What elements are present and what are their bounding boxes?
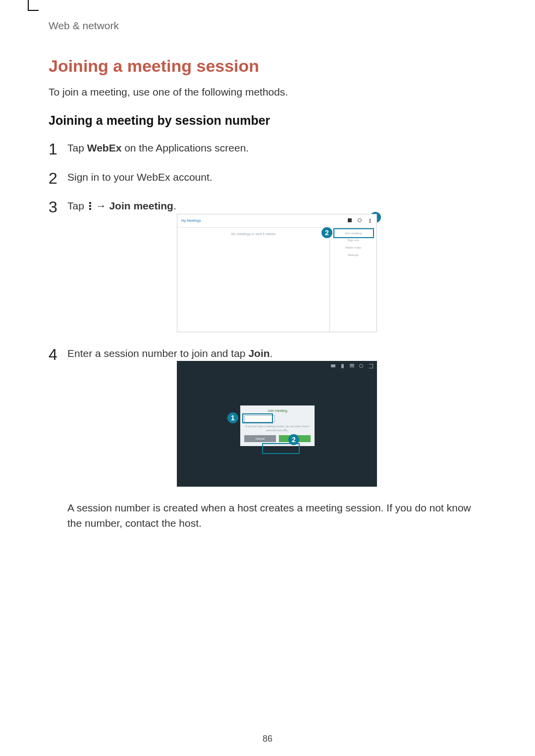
- step-text: .: [173, 200, 176, 211]
- dialog-title: Join meeting: [244, 408, 311, 413]
- app-header: My Meetings: [177, 214, 376, 228]
- settings-icon[interactable]: [359, 364, 364, 368]
- sub-heading: Joining a meeting by session number: [49, 113, 486, 128]
- menu-item-signout[interactable]: Sign out: [333, 237, 374, 244]
- menu-item-settings[interactable]: Settings: [333, 252, 374, 259]
- step-bold: Join: [248, 348, 269, 359]
- step-3: Tap → Join meeting. 1 My Meetings: [49, 199, 486, 332]
- page-number: 86: [0, 734, 535, 744]
- callout-badge: 1: [227, 412, 238, 423]
- schedule-icon[interactable]: [348, 218, 353, 223]
- session-number-input[interactable]: [244, 415, 275, 422]
- intro-paragraph: To join a meeting, use one of the follow…: [49, 85, 486, 100]
- step-bold: WebEx: [87, 142, 122, 153]
- app-title: My Meetings: [181, 218, 201, 223]
- step-2: Sign in to your WebEx account.: [49, 170, 486, 185]
- refresh-icon[interactable]: [358, 218, 363, 223]
- step-list: Tap WebEx on the Applications screen. Si…: [49, 141, 486, 531]
- menu-item-join[interactable]: Join meeting: [333, 230, 374, 237]
- dropdown-menu: Join meeting Sign out Watch video Settin…: [329, 228, 376, 332]
- participants-icon[interactable]: [350, 364, 354, 368]
- step-text: Tap: [67, 142, 87, 153]
- step-text: on the Applications screen.: [121, 142, 249, 153]
- callout-badge: 2: [321, 227, 332, 238]
- meeting-toolbar: [331, 364, 373, 368]
- join-dialog: Join meeting If you don't have a meeting…: [240, 405, 315, 446]
- app-body: No meetings in next 6 weeks Join meeting…: [177, 228, 376, 332]
- menu-item-video[interactable]: Watch video: [333, 244, 374, 252]
- cancel-button[interactable]: Cancel: [244, 435, 276, 442]
- step-text: Tap: [67, 200, 87, 211]
- dialog-buttons: Cancel Join: [244, 435, 311, 442]
- header-actions: [348, 218, 373, 223]
- dialog-help-text: If you don't have a meeting number, you …: [244, 424, 311, 432]
- note-text: A session number is created when a host …: [67, 501, 486, 531]
- crop-mark: [28, 0, 29, 11]
- step-4: Enter a session number to join and tap J…: [49, 346, 486, 531]
- more-options-icon: [88, 202, 92, 210]
- step-text: .: [270, 348, 273, 359]
- manual-page: Web & network Joining a meeting session …: [0, 0, 535, 756]
- more-options-icon[interactable]: [368, 218, 373, 223]
- step-text: Sign in to your WebEx account.: [67, 171, 213, 183]
- empty-state-text: No meetings in next 6 weeks: [177, 228, 329, 332]
- arrow-text: →: [93, 200, 109, 211]
- breadcrumb: Web & network: [49, 20, 486, 32]
- figure-join-dialog: Join meeting If you don't have a meeting…: [177, 361, 377, 487]
- mic-icon[interactable]: [340, 364, 345, 368]
- camera-icon[interactable]: [331, 364, 335, 368]
- step-text: Enter a session number to join and tap: [67, 348, 248, 359]
- step-bold: Join meeting: [109, 200, 173, 211]
- figure-my-meetings: 1 My Meetings No meetings in: [177, 214, 377, 332]
- step-1: Tap WebEx on the Applications screen.: [49, 141, 486, 155]
- leave-icon[interactable]: [369, 364, 373, 368]
- app-window: My Meetings No meetings in next 6 weeks …: [177, 214, 377, 332]
- section-heading: Joining a meeting session: [49, 56, 486, 76]
